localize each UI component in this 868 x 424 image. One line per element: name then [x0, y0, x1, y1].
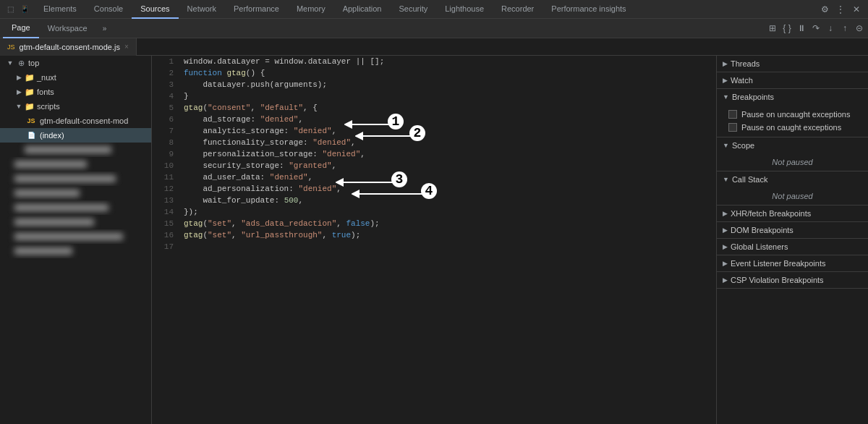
- file-icon: JS: [7, 43, 15, 51]
- folder-icon: ⊕: [16, 58, 26, 68]
- tree-item-b5[interactable]: [0, 200, 151, 215]
- tab-security[interactable]: Security: [390, 0, 436, 19]
- code-line-7: analytics_storage: "denied",: [184, 125, 710, 137]
- code-editor[interactable]: 1 2 3 4 5 6 7 8 9 10 11 12 13 14 15 16 1…: [152, 56, 716, 424]
- call-stack-header[interactable]: ▼ Call Stack: [717, 171, 868, 187]
- ln-13: 13: [152, 195, 174, 206]
- tree-scripts-arrow: ▼: [14, 102, 23, 111]
- tab-console[interactable]: Console: [85, 0, 132, 19]
- tree-root-top[interactable]: ▼ ⊕ top: [0, 56, 151, 70]
- tab-elements[interactable]: Elements: [35, 0, 85, 19]
- tree-item-index[interactable]: 📄 (index): [0, 128, 151, 143]
- tab-sources[interactable]: Sources: [132, 0, 178, 19]
- dom-label: DOM Breakpoints: [731, 226, 793, 234]
- tree-fonts-arrow: ▶: [14, 88, 23, 96]
- code-line-5: gtag("consent", "default", {: [184, 102, 710, 114]
- breakpoints-header[interactable]: ▼ Breakpoints: [717, 89, 868, 105]
- pause-resume-icon[interactable]: ⏸: [796, 22, 807, 34]
- tab-performance[interactable]: Performance: [225, 0, 288, 19]
- watch-header[interactable]: ▶ Watch: [717, 72, 868, 88]
- scope-section: ▼ Scope Not paused: [717, 137, 868, 171]
- tree-scripts-label: scripts: [37, 102, 60, 111]
- ln-8: 8: [152, 137, 174, 148]
- close-icon[interactable]: ✕: [851, 4, 862, 15]
- more-icon[interactable]: ⋮: [835, 4, 846, 15]
- bp-caught[interactable]: Pause on caught exceptions: [723, 121, 862, 134]
- bp-caught-label: Pause on caught exceptions: [741, 123, 841, 132]
- dom-header[interactable]: ▶ DOM Breakpoints: [717, 222, 868, 238]
- tree-item-b7[interactable]: [0, 229, 151, 244]
- bp-caught-check[interactable]: [728, 123, 737, 132]
- folder-nuxt-icon: 📁: [25, 72, 35, 82]
- tree-item-b4[interactable]: [0, 186, 151, 200]
- deactivate-bp-icon[interactable]: ⊝: [854, 22, 865, 34]
- file-tab-gtm[interactable]: JS gtm-default-consent-mode.js ×: [0, 38, 137, 56]
- code-line-8: functionality_storage: "denied",: [184, 137, 710, 148]
- watch-arrow: ▶: [723, 77, 728, 84]
- file-tab-close[interactable]: ×: [124, 43, 129, 51]
- sources-tab-workspace[interactable]: Workspace: [39, 19, 96, 38]
- inspect-icon[interactable]: ⬚: [4, 4, 16, 15]
- ln-5: 5: [152, 102, 174, 114]
- bp-uncaught[interactable]: Pause on uncaught exceptions: [723, 108, 862, 121]
- ln-16: 16: [152, 229, 174, 241]
- threads-section: ▶ Threads: [717, 56, 868, 72]
- tab-application[interactable]: Application: [334, 0, 391, 19]
- settings-icon[interactable]: ⚙: [819, 4, 830, 15]
- step-out-icon[interactable]: ↑: [839, 22, 851, 34]
- sources-tab-page[interactable]: Page: [3, 19, 39, 38]
- tree-item-b3[interactable]: [0, 171, 151, 186]
- step-over-icon[interactable]: ↷: [810, 22, 822, 34]
- global-header[interactable]: ▶ Global Listeners: [717, 239, 868, 255]
- ln-9: 9: [152, 148, 174, 160]
- panel-layout-icon[interactable]: ⊞: [767, 22, 778, 34]
- bp-content: Pause on uncaught exceptions Pause on ca…: [717, 105, 868, 137]
- threads-header[interactable]: ▶ Threads: [717, 56, 868, 72]
- tree-item-fonts[interactable]: ▶ 📁 fonts: [0, 85, 151, 99]
- threads-label: Threads: [731, 59, 760, 68]
- tree-item-b1[interactable]: ▶: [0, 143, 151, 157]
- event-section: ▶ Event Listener Breakpoints: [717, 255, 868, 272]
- dom-section: ▶ DOM Breakpoints: [717, 222, 868, 239]
- tree-item-b8[interactable]: [0, 244, 151, 258]
- csp-section: ▶ CSP Violation Breakpoints: [717, 272, 868, 289]
- code-line-2: function gtag() {: [184, 67, 710, 79]
- code-line-16: gtag("set", "url_passthrough", true);: [184, 229, 710, 241]
- csp-arrow: ▶: [723, 276, 728, 284]
- global-section: ▶ Global Listeners: [717, 239, 868, 255]
- csp-header[interactable]: ▶ CSP Violation Breakpoints: [717, 272, 868, 288]
- code-line-17: [184, 241, 710, 253]
- watch-label: Watch: [731, 76, 753, 85]
- tree-item-gtm[interactable]: JS gtm-default-consent-mod: [0, 114, 151, 128]
- tab-network[interactable]: Network: [179, 0, 225, 19]
- tab-performance-insights[interactable]: Performance insights: [542, 0, 634, 19]
- device-icon[interactable]: 📱: [19, 4, 30, 15]
- bp-uncaught-check[interactable]: [728, 110, 737, 119]
- topbar-left: ⬚ 📱: [0, 4, 35, 15]
- ln-3: 3: [152, 79, 174, 90]
- event-header[interactable]: ▶ Event Listener Breakpoints: [717, 255, 868, 271]
- tab-memory[interactable]: Memory: [288, 0, 334, 19]
- call-stack-arrow: ▼: [723, 176, 729, 183]
- ln-2: 2: [152, 67, 174, 79]
- tab-recorder[interactable]: Recorder: [493, 0, 542, 19]
- format-icon[interactable]: { }: [781, 22, 793, 34]
- tree-item-scripts[interactable]: ▼ 📁 scripts: [0, 99, 151, 114]
- tree-item-b6[interactable]: [0, 215, 151, 229]
- folder-scripts-icon: 📁: [25, 101, 35, 111]
- xhr-header[interactable]: ▶ XHR/fetch Breakpoints: [717, 205, 868, 221]
- step-into-icon[interactable]: ↓: [825, 22, 836, 34]
- ln-14: 14: [152, 206, 174, 218]
- more-tabs-icon[interactable]: »: [99, 22, 111, 34]
- tab-lighthouse[interactable]: Lighthouse: [436, 0, 493, 19]
- file-tab-label: gtm-default-consent-mode.js: [20, 43, 120, 51]
- tree-item-nuxt[interactable]: ▶ 📁 _nuxt: [0, 70, 151, 85]
- tree-item-b2[interactable]: [0, 157, 151, 171]
- scope-header[interactable]: ▼ Scope: [717, 137, 868, 153]
- bp-arrow: ▼: [723, 93, 729, 101]
- topbar-tabs: Elements Console Sources Network Perform…: [35, 0, 813, 19]
- ln-7: 7: [152, 125, 174, 137]
- file-tree: ▼ ⊕ top ▶ 📁 _nuxt ▶ 📁 fonts ▼ 📁 scripts: [0, 56, 152, 424]
- tree-nuxt-arrow: ▶: [14, 73, 23, 82]
- ln-6: 6: [152, 114, 174, 125]
